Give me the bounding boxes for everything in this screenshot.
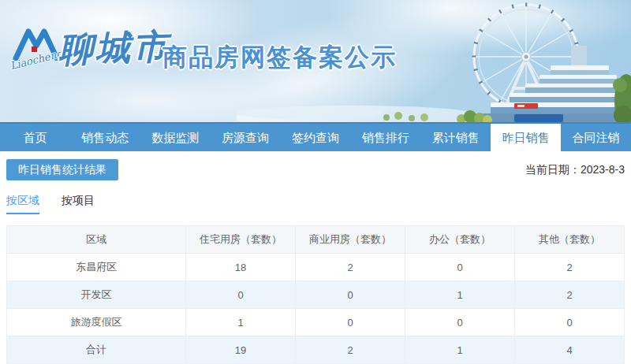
table-row: 旅游度假区 1 0 0 0: [7, 309, 625, 336]
city-name: 聊城市: [58, 24, 170, 74]
table-header-cell: 商业用房（套数）: [296, 226, 405, 254]
table-header-cell: 其他（套数）: [514, 226, 624, 254]
table-cell: 0: [405, 309, 515, 336]
nav-item-data-monitor[interactable]: 数据监测: [140, 124, 211, 151]
view-tabs: 按区域 按项目: [6, 194, 625, 214]
site-title: 商品房网签备案公示: [162, 41, 397, 74]
table-cell: 1: [405, 281, 515, 309]
table-row-total: 合计 19 2 1 4: [7, 336, 625, 364]
nav-item-home[interactable]: 首页: [0, 124, 70, 151]
page-header: 昨日销售统计结果 当前日期：2023-8-3: [6, 159, 625, 180]
table-cell: 2: [296, 254, 405, 281]
table-cell: 旅游度假区: [7, 309, 186, 336]
table-cell: 4: [514, 336, 624, 364]
table-cell: 0: [514, 309, 624, 336]
page: Liaocheng 聊城市 商品房网签备案公示 首页 销售动态 数据监测 房源查…: [0, 0, 631, 364]
main-content: 昨日销售统计结果 当前日期：2023-8-3 按区域 按项目 区域 住宅用房（套…: [0, 159, 631, 364]
nav-item-sales-activity[interactable]: 销售动态: [70, 124, 140, 151]
table-cell: 1: [186, 309, 296, 336]
table-header-cell: 住宅用房（套数）: [186, 226, 296, 254]
nav-item-yesterday-sales[interactable]: 昨日销售: [491, 124, 561, 151]
table-header-cell: 办公（套数）: [405, 226, 515, 254]
table-row: 东昌府区 18 2 0 2: [7, 254, 625, 281]
table-cell: 18: [186, 254, 296, 281]
table-cell: 19: [186, 336, 296, 364]
banner: Liaocheng 聊城市 商品房网签备案公示: [0, 0, 631, 122]
table-cell: 2: [296, 336, 405, 364]
nav-item-sales-ranking[interactable]: 销售排行: [350, 124, 420, 151]
table-cell: 2: [514, 281, 624, 309]
table-row: 开发区 0 0 1 2: [7, 281, 625, 309]
table-cell: 合计: [7, 336, 186, 364]
current-date-label: 当前日期：2023-8-3: [525, 163, 625, 177]
table-cell: 0: [296, 281, 405, 309]
sales-statistics-table: 区域 住宅用房（套数） 商业用房（套数） 办公（套数） 其他（套数） 东昌府区 …: [6, 225, 625, 364]
section-title-badge: 昨日销售统计结果: [6, 159, 118, 180]
nav-item-contract-cancellation[interactable]: 合同注销: [561, 124, 631, 151]
nav-item-cumulative-sales[interactable]: 累计销售: [420, 124, 491, 151]
table-cell: 开发区: [7, 281, 186, 309]
nav-item-contract-search[interactable]: 签约查询: [281, 124, 351, 151]
nav-item-listing-search[interactable]: 房源查询: [211, 124, 281, 151]
table-cell: 0: [405, 254, 515, 281]
tab-by-project[interactable]: 按项目: [62, 194, 95, 214]
table-cell: 东昌府区: [7, 254, 186, 281]
table-header-cell: 区域: [7, 226, 186, 254]
table-cell: 1: [405, 336, 515, 364]
tab-by-region[interactable]: 按区域: [6, 194, 39, 214]
table-cell: 0: [296, 309, 405, 336]
table-header-row: 区域 住宅用房（套数） 商业用房（套数） 办公（套数） 其他（套数）: [7, 226, 625, 254]
table-cell: 0: [186, 281, 296, 309]
table-cell: 2: [514, 254, 624, 281]
main-nav: 首页 销售动态 数据监测 房源查询 签约查询 销售排行 累计销售 昨日销售 合同…: [0, 122, 631, 151]
